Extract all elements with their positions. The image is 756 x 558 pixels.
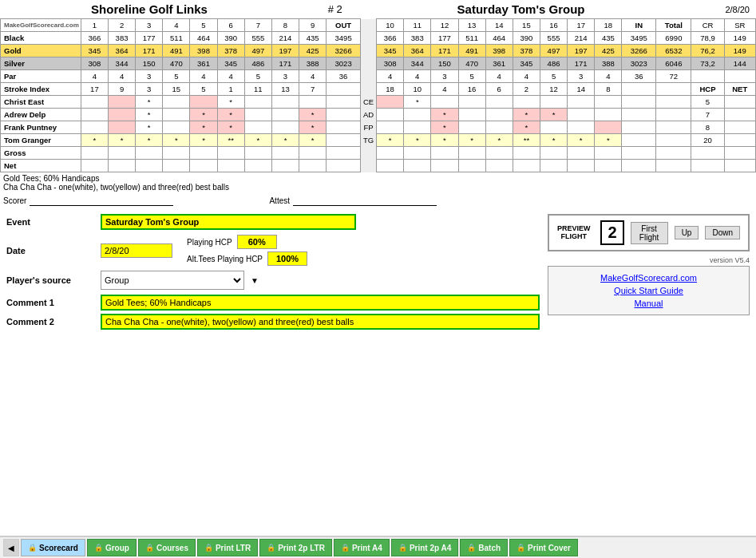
- hole-4: 4: [163, 19, 190, 32]
- hole-gap: [361, 19, 377, 32]
- gold-10: 345: [377, 45, 404, 57]
- quick-start-link[interactable]: Quick Start Guide: [558, 286, 739, 295]
- fp-4: [163, 121, 190, 134]
- net-13: [458, 160, 485, 172]
- ce-7: [244, 96, 271, 109]
- nav-arrow-left[interactable]: ◀: [3, 539, 19, 556]
- comment2-label: Comment 2: [6, 317, 94, 326]
- par-15: 4: [513, 70, 540, 83]
- player-ce-label: Christ East: [1, 96, 81, 109]
- manual-link[interactable]: Manual: [558, 299, 739, 308]
- gross-12: [431, 147, 458, 160]
- ad-9: *: [299, 109, 327, 121]
- tab-scorecard[interactable]: 🔒 Scorecard: [21, 539, 85, 556]
- gross-13: [458, 147, 485, 160]
- net-6: [217, 160, 244, 172]
- player-tg-label: Tom Granger: [1, 134, 81, 147]
- hole-cr: CR: [691, 19, 724, 32]
- tab-print-2p-ltr[interactable]: 🔒 Print 2p LTR: [259, 539, 332, 556]
- gross-2: [108, 147, 135, 160]
- player-source-label: Player's source: [6, 275, 94, 285]
- si-2: 9: [108, 83, 135, 96]
- fp-16: [540, 121, 567, 134]
- ad-1: [81, 109, 108, 121]
- first-flight-button[interactable]: First Flight: [631, 222, 668, 244]
- ce-12: [431, 96, 458, 109]
- gold-total: 6532: [656, 45, 691, 57]
- hole-2: 2: [108, 19, 135, 32]
- silver-6: 345: [217, 57, 244, 70]
- hole-sr: SR: [724, 19, 755, 32]
- fp-3: *: [136, 121, 163, 134]
- si-net: NET: [724, 83, 755, 96]
- tab-courses[interactable]: 🔒 Courses: [138, 539, 196, 556]
- net-14: [485, 160, 513, 172]
- par-13: 5: [458, 70, 485, 83]
- silver-4: 470: [163, 57, 190, 70]
- gold-2: 364: [108, 45, 135, 57]
- tab-print-cover[interactable]: 🔒 Print Cover: [509, 539, 578, 556]
- par-10: 4: [377, 70, 404, 83]
- tab-batch[interactable]: 🔒 Batch: [460, 539, 508, 556]
- comment2-input[interactable]: [101, 314, 540, 330]
- fp-net: [724, 121, 755, 134]
- lock-icon-print-cover: 🔒: [517, 544, 525, 552]
- gold-7: 497: [244, 45, 271, 57]
- ad-abbr: AD: [361, 109, 377, 121]
- black-cr: 78,9: [691, 32, 724, 45]
- event-input[interactable]: [101, 214, 356, 230]
- hole-13: 13: [458, 19, 485, 32]
- si-total: [656, 83, 691, 96]
- tab-print-2p-a4[interactable]: 🔒 Print 2p A4: [391, 539, 458, 556]
- fp-in: [622, 121, 656, 134]
- tab-print-a4-label: Print A4: [352, 544, 382, 552]
- player-source-select[interactable]: Group Manual Import: [101, 271, 244, 290]
- gross-18: [595, 147, 622, 160]
- ce-18: [595, 96, 622, 109]
- si-hcp: HCP: [691, 83, 724, 96]
- si-9: 7: [299, 83, 327, 96]
- comment1-label: Comment 1: [6, 298, 94, 307]
- down-button[interactable]: Down: [705, 226, 740, 239]
- hole-6: 6: [217, 19, 244, 32]
- tab-print-2p-a4-label: Print 2p A4: [410, 544, 451, 552]
- website-url[interactable]: MakeGolfScorecard.com: [558, 273, 739, 283]
- lock-icon-print-2p-a4: 🔒: [398, 544, 407, 552]
- ce-17: [568, 96, 595, 109]
- si-out: [327, 83, 361, 96]
- tab-print-cover-label: Print Cover: [528, 544, 571, 552]
- lock-icon-print-2p-ltr: 🔒: [267, 544, 275, 552]
- comment1-input[interactable]: [101, 295, 540, 311]
- fp-5: *: [190, 121, 217, 134]
- tg-8: *: [271, 134, 299, 147]
- ce-11: *: [404, 96, 431, 109]
- tg-1: *: [81, 134, 108, 147]
- alt-tees-label: Alt.Tees Playing HCP: [187, 255, 263, 263]
- gross-14: [485, 147, 513, 160]
- tg-12: *: [431, 134, 458, 147]
- hole-7: 7: [244, 19, 271, 32]
- tg-10: *: [377, 134, 404, 147]
- tab-group[interactable]: 🔒 Group: [87, 539, 137, 556]
- fp-12: *: [431, 121, 458, 134]
- par-5: 4: [190, 70, 217, 83]
- playing-hcp-input[interactable]: [237, 235, 277, 249]
- alt-tees-input[interactable]: [267, 251, 307, 266]
- tab-print-ltr[interactable]: 🔒 Print LTR: [197, 539, 258, 556]
- player-net-label: Net: [1, 160, 81, 172]
- si-10: 18: [377, 83, 404, 96]
- gold-13: 491: [458, 45, 485, 57]
- ad-3: *: [136, 109, 163, 121]
- up-button[interactable]: Up: [675, 226, 699, 239]
- tab-print-a4[interactable]: 🔒 Print A4: [334, 539, 390, 556]
- net-in: [622, 160, 656, 172]
- lock-icon-group: 🔒: [94, 544, 103, 552]
- silver-15: 345: [513, 57, 540, 70]
- gold-sr: 149: [724, 45, 755, 57]
- si-12: 4: [431, 83, 458, 96]
- date-input[interactable]: [101, 243, 172, 258]
- si-in: [622, 83, 656, 96]
- net-3: [136, 160, 163, 172]
- si-16: 12: [540, 83, 567, 96]
- silver-sr: 144: [724, 57, 755, 70]
